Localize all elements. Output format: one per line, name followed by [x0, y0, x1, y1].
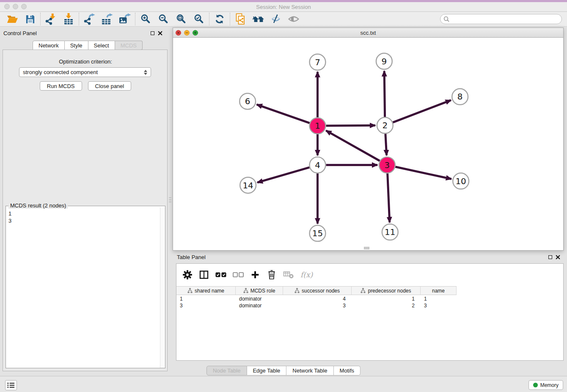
cell-shared-name[interactable]: 3	[176, 302, 236, 309]
column-header-successor-nodes[interactable]: successor nodes	[283, 287, 352, 295]
table-panel-float-icon[interactable]	[548, 255, 552, 259]
zoom-fit-button[interactable]	[172, 12, 190, 26]
column-header-shared-name[interactable]: shared name	[176, 287, 236, 295]
search-box[interactable]	[440, 14, 562, 24]
control-panel-close-icon[interactable]	[158, 31, 162, 36]
delete-column-button[interactable]	[267, 269, 277, 281]
tab-node-table[interactable]: Node Table	[206, 366, 247, 375]
node-label-3: 3	[384, 160, 390, 170]
close-panel-button[interactable]: Close panel	[88, 81, 132, 91]
mcds-result-item: 1	[8, 210, 160, 217]
control-panel-float-icon[interactable]	[151, 31, 154, 35]
column-header-mcds-role[interactable]: MCDS role	[236, 287, 283, 295]
export-image-button[interactable]	[116, 12, 134, 26]
export-table-icon	[101, 13, 113, 25]
cell-predecessor-nodes[interactable]: 1	[352, 295, 421, 302]
search-input[interactable]	[451, 15, 561, 23]
export-network-button[interactable]	[80, 12, 98, 26]
column-header-predecessor-nodes[interactable]: predecessor nodes	[352, 287, 421, 295]
open-session-button[interactable]	[3, 12, 21, 26]
zoom-selected-button[interactable]	[190, 12, 208, 26]
zoom-in-icon	[140, 14, 151, 25]
main-toolbar	[0, 12, 567, 27]
add-column-button[interactable]	[250, 269, 260, 281]
delete-table-button[interactable]	[283, 269, 294, 281]
hide-graphics-button[interactable]	[267, 12, 285, 26]
table-panel-tabs: Node Table Edge Table Network Table Moti…	[206, 366, 361, 375]
cell-predecessor-nodes[interactable]: 2	[352, 302, 421, 309]
edge-4-14[interactable]	[257, 167, 309, 182]
select-stepper-icon	[144, 70, 147, 75]
edge-3-1[interactable]	[326, 130, 380, 161]
edge-3-11[interactable]	[388, 174, 390, 223]
function-builder-button[interactable]: f(x)	[300, 269, 313, 281]
save-session-button[interactable]	[21, 12, 39, 26]
tab-mcds[interactable]: MCDS	[115, 41, 143, 50]
cell-name[interactable]: 3	[421, 302, 457, 309]
cell-successor-nodes[interactable]: 3	[283, 302, 352, 309]
home-icon	[252, 14, 264, 24]
status-bar: Memory	[0, 376, 567, 392]
cell-successor-nodes[interactable]: 4	[283, 295, 352, 302]
column-header-name[interactable]: name	[421, 287, 457, 295]
network-splitter-handle[interactable]	[364, 247, 369, 249]
toolbar-separator	[79, 13, 79, 25]
refresh-button[interactable]	[211, 12, 228, 26]
table-toolbar: f(x)	[176, 264, 563, 286]
table-panel-close-icon[interactable]	[556, 255, 560, 259]
open-folder-icon	[6, 14, 18, 25]
table-panel-title: Table Panel	[177, 254, 206, 260]
tab-style[interactable]: Style	[65, 41, 88, 50]
cell-shared-name[interactable]: 1	[176, 295, 236, 302]
table-settings-button[interactable]	[182, 269, 193, 281]
node-label-9: 9	[382, 57, 387, 66]
zoom-in-button[interactable]	[137, 12, 154, 26]
node-label-6: 6	[245, 97, 250, 106]
import-table-button[interactable]	[60, 12, 77, 26]
panel-splitter-handle[interactable]	[169, 193, 171, 207]
zoom-out-button[interactable]	[154, 12, 172, 26]
node-label-14: 14	[242, 181, 253, 190]
deselect-all-button[interactable]	[233, 269, 244, 281]
export-table-button[interactable]	[98, 12, 116, 26]
node-label-10: 10	[455, 177, 466, 186]
columns-icon	[199, 270, 209, 280]
edge-1-6[interactable]	[257, 105, 310, 123]
tab-network[interactable]: Network	[33, 41, 65, 50]
tab-select[interactable]: Select	[88, 41, 115, 50]
home-button[interactable]	[249, 12, 267, 26]
edge-2-9[interactable]	[384, 71, 385, 117]
show-graphics-button[interactable]	[285, 12, 303, 26]
tab-motifs[interactable]: Motifs	[333, 366, 361, 375]
edge-1-2[interactable]	[326, 125, 375, 126]
delete-table-icon	[283, 270, 294, 279]
window-title: Session: New Session	[0, 4, 567, 10]
optimization-criterion-select[interactable]: strongly connected component	[19, 67, 151, 77]
tab-network-table[interactable]: Network Table	[286, 366, 333, 375]
toolbar-separator	[230, 13, 230, 25]
task-history-button[interactable]	[5, 380, 17, 390]
network-document-button[interactable]	[231, 12, 249, 26]
mcds-result-list: 1 3	[6, 207, 160, 368]
table-row[interactable]: 3 dominator 3 2 3	[176, 302, 457, 309]
edge-2-8[interactable]	[393, 100, 451, 122]
memory-button[interactable]: Memory	[528, 380, 563, 390]
table-row[interactable]: 1 dominator 4 1 1	[176, 295, 457, 302]
cell-mcds-role[interactable]: dominator	[236, 295, 283, 302]
memory-status-icon	[533, 383, 538, 387]
cell-mcds-role[interactable]: dominator	[236, 302, 283, 309]
select-all-button[interactable]	[215, 269, 226, 281]
import-network-icon	[45, 13, 57, 25]
import-network-button[interactable]	[42, 12, 60, 26]
node-label-11: 11	[385, 227, 395, 237]
table-columns-button[interactable]	[199, 269, 209, 281]
run-mcds-button[interactable]: Run MCDS	[40, 81, 82, 91]
result-scrollbar[interactable]	[160, 207, 165, 368]
edge-3-10[interactable]	[395, 167, 451, 179]
network-window-titlebar[interactable]: scc.txt	[173, 28, 563, 38]
cell-name[interactable]: 1	[421, 295, 457, 302]
network-canvas[interactable]: 7968124314101511	[173, 38, 563, 250]
edge-2-3[interactable]	[385, 134, 387, 155]
tab-edge-table[interactable]: Edge Table	[247, 366, 286, 375]
fx-icon: f(x)	[300, 271, 313, 279]
